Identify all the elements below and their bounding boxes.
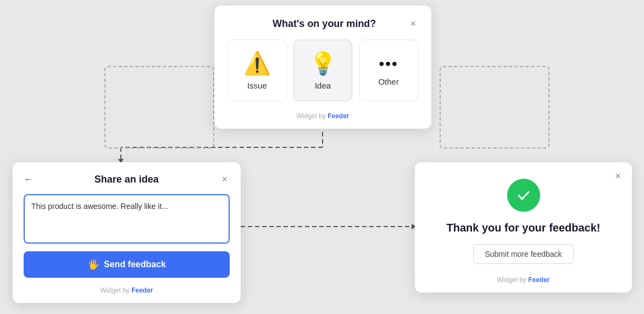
option-other[interactable]: ••• Other [359, 40, 418, 101]
feeder-link[interactable]: Feeder [327, 112, 349, 120]
main-feedback-card: What's on your mind? × ⚠️ Issue 💡 Idea •… [214, 5, 431, 129]
main-card-title: What's on your mind? [241, 18, 408, 30]
footer-prefix: Widget by [296, 112, 327, 120]
thankyou-card-footer: Widget by Feeder [428, 274, 619, 284]
feedback-options-row: ⚠️ Issue 💡 Idea ••• Other [227, 40, 418, 101]
back-button[interactable]: ← [24, 174, 34, 185]
share-close-button[interactable]: × [219, 173, 230, 185]
submit-more-button[interactable]: Submit more feedback [473, 244, 573, 264]
feedback-textarea[interactable]: This product is awesome. Really like it.… [24, 194, 230, 244]
share-feeder-link[interactable]: Feeder [131, 287, 153, 294]
thankyou-title: Thank you for your feedback! [428, 222, 619, 234]
thankyou-feeder-link[interactable]: Feeder [528, 276, 549, 284]
main-card-footer: Widget by Feeder [227, 110, 418, 120]
send-feedback-button[interactable]: 🖐 Send feedback [24, 251, 230, 278]
thankyou-card: × Thank you for your feedback! Submit mo… [415, 162, 632, 293]
share-footer-prefix: Widget by [100, 287, 131, 294]
other-label: Other [378, 77, 399, 86]
hand-icon: 🖐 [87, 258, 99, 271]
option-idea[interactable]: 💡 Idea [293, 40, 353, 101]
share-idea-card: ← Share an idea × This product is awesom… [13, 162, 241, 303]
idea-label: Idea [315, 81, 331, 90]
main-close-button[interactable]: × [408, 18, 418, 30]
option-issue[interactable]: ⚠️ Issue [227, 40, 287, 101]
share-card-footer: Widget by Feeder [24, 284, 230, 294]
issue-label: Issue [247, 81, 267, 90]
thankyou-footer-prefix: Widget by [497, 276, 528, 284]
thankyou-close-button[interactable]: × [613, 170, 623, 182]
main-card-header: What's on your mind? × [227, 18, 418, 30]
share-card-title: Share an idea [34, 174, 219, 185]
share-card-header: ← Share an idea × [24, 173, 230, 185]
idea-icon: 💡 [309, 51, 337, 76]
issue-icon: ⚠️ [243, 51, 271, 76]
send-button-label: Send feedback [104, 260, 166, 269]
success-icon [507, 179, 540, 212]
other-icon: ••• [379, 55, 398, 73]
